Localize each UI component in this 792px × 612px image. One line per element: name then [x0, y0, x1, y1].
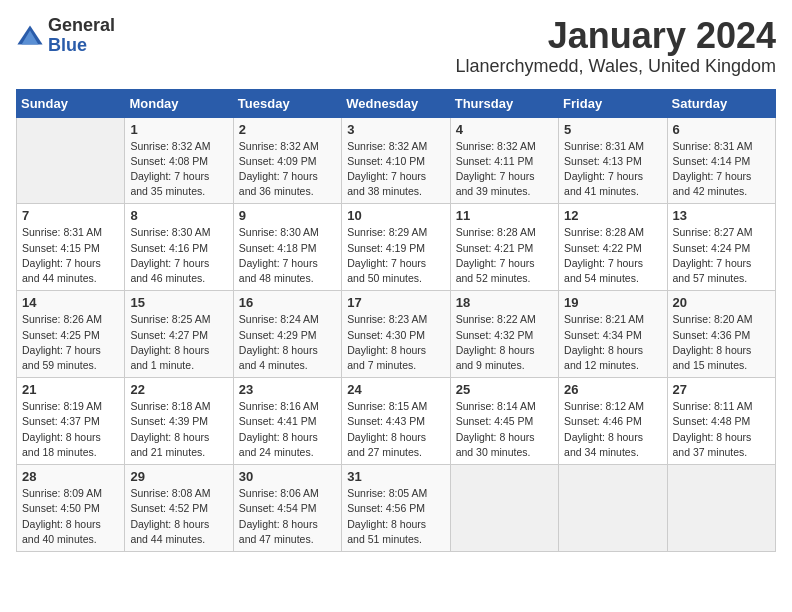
calendar-cell: 12Sunrise: 8:28 AMSunset: 4:22 PMDayligh… [559, 204, 667, 291]
day-info: Sunrise: 8:32 AMSunset: 4:08 PMDaylight:… [130, 139, 227, 200]
calendar-cell: 21Sunrise: 8:19 AMSunset: 4:37 PMDayligh… [17, 378, 125, 465]
day-number: 2 [239, 122, 336, 137]
calendar-cell: 29Sunrise: 8:08 AMSunset: 4:52 PMDayligh… [125, 465, 233, 552]
day-info: Sunrise: 8:18 AMSunset: 4:39 PMDaylight:… [130, 399, 227, 460]
day-number: 27 [673, 382, 770, 397]
calendar-cell: 5Sunrise: 8:31 AMSunset: 4:13 PMDaylight… [559, 117, 667, 204]
calendar-table: SundayMondayTuesdayWednesdayThursdayFrid… [16, 89, 776, 552]
calendar-cell: 1Sunrise: 8:32 AMSunset: 4:08 PMDaylight… [125, 117, 233, 204]
calendar-cell: 28Sunrise: 8:09 AMSunset: 4:50 PMDayligh… [17, 465, 125, 552]
day-number: 19 [564, 295, 661, 310]
day-number: 30 [239, 469, 336, 484]
week-row-4: 21Sunrise: 8:19 AMSunset: 4:37 PMDayligh… [17, 378, 776, 465]
calendar-cell: 17Sunrise: 8:23 AMSunset: 4:30 PMDayligh… [342, 291, 450, 378]
day-number: 5 [564, 122, 661, 137]
day-info: Sunrise: 8:05 AMSunset: 4:56 PMDaylight:… [347, 486, 444, 547]
calendar-cell: 24Sunrise: 8:15 AMSunset: 4:43 PMDayligh… [342, 378, 450, 465]
week-row-5: 28Sunrise: 8:09 AMSunset: 4:50 PMDayligh… [17, 465, 776, 552]
calendar-cell: 7Sunrise: 8:31 AMSunset: 4:15 PMDaylight… [17, 204, 125, 291]
day-number: 4 [456, 122, 553, 137]
day-number: 20 [673, 295, 770, 310]
calendar-cell: 9Sunrise: 8:30 AMSunset: 4:18 PMDaylight… [233, 204, 341, 291]
day-number: 6 [673, 122, 770, 137]
day-info: Sunrise: 8:28 AMSunset: 4:22 PMDaylight:… [564, 225, 661, 286]
column-header-sunday: Sunday [17, 89, 125, 117]
day-info: Sunrise: 8:22 AMSunset: 4:32 PMDaylight:… [456, 312, 553, 373]
day-info: Sunrise: 8:32 AMSunset: 4:09 PMDaylight:… [239, 139, 336, 200]
day-number: 7 [22, 208, 119, 223]
calendar-cell: 27Sunrise: 8:11 AMSunset: 4:48 PMDayligh… [667, 378, 775, 465]
calendar-cell: 14Sunrise: 8:26 AMSunset: 4:25 PMDayligh… [17, 291, 125, 378]
calendar-cell: 11Sunrise: 8:28 AMSunset: 4:21 PMDayligh… [450, 204, 558, 291]
day-number: 10 [347, 208, 444, 223]
page-title: January 2024 [456, 16, 777, 56]
column-header-monday: Monday [125, 89, 233, 117]
week-row-3: 14Sunrise: 8:26 AMSunset: 4:25 PMDayligh… [17, 291, 776, 378]
day-number: 22 [130, 382, 227, 397]
calendar-cell: 3Sunrise: 8:32 AMSunset: 4:10 PMDaylight… [342, 117, 450, 204]
calendar-cell: 2Sunrise: 8:32 AMSunset: 4:09 PMDaylight… [233, 117, 341, 204]
day-number: 1 [130, 122, 227, 137]
day-info: Sunrise: 8:24 AMSunset: 4:29 PMDaylight:… [239, 312, 336, 373]
day-info: Sunrise: 8:32 AMSunset: 4:10 PMDaylight:… [347, 139, 444, 200]
calendar-cell: 8Sunrise: 8:30 AMSunset: 4:16 PMDaylight… [125, 204, 233, 291]
day-info: Sunrise: 8:11 AMSunset: 4:48 PMDaylight:… [673, 399, 770, 460]
calendar-cell: 20Sunrise: 8:20 AMSunset: 4:36 PMDayligh… [667, 291, 775, 378]
day-info: Sunrise: 8:31 AMSunset: 4:14 PMDaylight:… [673, 139, 770, 200]
calendar-cell [667, 465, 775, 552]
calendar-cell: 22Sunrise: 8:18 AMSunset: 4:39 PMDayligh… [125, 378, 233, 465]
column-header-thursday: Thursday [450, 89, 558, 117]
calendar-cell: 23Sunrise: 8:16 AMSunset: 4:41 PMDayligh… [233, 378, 341, 465]
calendar-cell: 30Sunrise: 8:06 AMSunset: 4:54 PMDayligh… [233, 465, 341, 552]
day-number: 14 [22, 295, 119, 310]
day-info: Sunrise: 8:27 AMSunset: 4:24 PMDaylight:… [673, 225, 770, 286]
day-info: Sunrise: 8:30 AMSunset: 4:16 PMDaylight:… [130, 225, 227, 286]
column-header-wednesday: Wednesday [342, 89, 450, 117]
day-info: Sunrise: 8:29 AMSunset: 4:19 PMDaylight:… [347, 225, 444, 286]
logo-icon [16, 22, 44, 50]
calendar-cell: 10Sunrise: 8:29 AMSunset: 4:19 PMDayligh… [342, 204, 450, 291]
header-row: SundayMondayTuesdayWednesdayThursdayFrid… [17, 89, 776, 117]
day-info: Sunrise: 8:30 AMSunset: 4:18 PMDaylight:… [239, 225, 336, 286]
day-number: 11 [456, 208, 553, 223]
week-row-2: 7Sunrise: 8:31 AMSunset: 4:15 PMDaylight… [17, 204, 776, 291]
day-number: 23 [239, 382, 336, 397]
column-header-friday: Friday [559, 89, 667, 117]
calendar-cell: 31Sunrise: 8:05 AMSunset: 4:56 PMDayligh… [342, 465, 450, 552]
day-info: Sunrise: 8:25 AMSunset: 4:27 PMDaylight:… [130, 312, 227, 373]
calendar-cell: 15Sunrise: 8:25 AMSunset: 4:27 PMDayligh… [125, 291, 233, 378]
day-number: 29 [130, 469, 227, 484]
calendar-cell: 13Sunrise: 8:27 AMSunset: 4:24 PMDayligh… [667, 204, 775, 291]
day-info: Sunrise: 8:28 AMSunset: 4:21 PMDaylight:… [456, 225, 553, 286]
day-number: 31 [347, 469, 444, 484]
day-number: 25 [456, 382, 553, 397]
week-row-1: 1Sunrise: 8:32 AMSunset: 4:08 PMDaylight… [17, 117, 776, 204]
calendar-cell: 19Sunrise: 8:21 AMSunset: 4:34 PMDayligh… [559, 291, 667, 378]
day-number: 8 [130, 208, 227, 223]
day-info: Sunrise: 8:31 AMSunset: 4:13 PMDaylight:… [564, 139, 661, 200]
calendar-cell: 16Sunrise: 8:24 AMSunset: 4:29 PMDayligh… [233, 291, 341, 378]
calendar-cell: 25Sunrise: 8:14 AMSunset: 4:45 PMDayligh… [450, 378, 558, 465]
calendar-cell: 26Sunrise: 8:12 AMSunset: 4:46 PMDayligh… [559, 378, 667, 465]
day-number: 13 [673, 208, 770, 223]
day-number: 9 [239, 208, 336, 223]
day-number: 28 [22, 469, 119, 484]
logo-general: General [48, 15, 115, 35]
day-number: 21 [22, 382, 119, 397]
column-header-tuesday: Tuesday [233, 89, 341, 117]
day-info: Sunrise: 8:12 AMSunset: 4:46 PMDaylight:… [564, 399, 661, 460]
day-info: Sunrise: 8:31 AMSunset: 4:15 PMDaylight:… [22, 225, 119, 286]
day-info: Sunrise: 8:06 AMSunset: 4:54 PMDaylight:… [239, 486, 336, 547]
day-number: 24 [347, 382, 444, 397]
calendar-cell [559, 465, 667, 552]
calendar-cell [450, 465, 558, 552]
page-header: General Blue January 2024 Llanerchymedd,… [16, 16, 776, 77]
day-info: Sunrise: 8:09 AMSunset: 4:50 PMDaylight:… [22, 486, 119, 547]
day-number: 12 [564, 208, 661, 223]
title-block: January 2024 Llanerchymedd, Wales, Unite… [456, 16, 777, 77]
day-info: Sunrise: 8:19 AMSunset: 4:37 PMDaylight:… [22, 399, 119, 460]
page-subtitle: Llanerchymedd, Wales, United Kingdom [456, 56, 777, 77]
day-info: Sunrise: 8:08 AMSunset: 4:52 PMDaylight:… [130, 486, 227, 547]
day-info: Sunrise: 8:23 AMSunset: 4:30 PMDaylight:… [347, 312, 444, 373]
day-number: 15 [130, 295, 227, 310]
